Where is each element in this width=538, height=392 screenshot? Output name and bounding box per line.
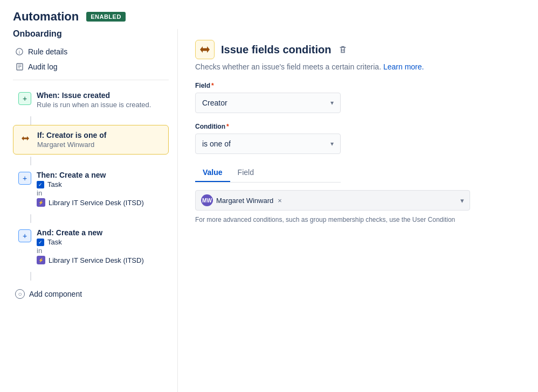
trigger-content: When: Issue created Rule is run when an … xyxy=(37,91,163,109)
action2-task: Task xyxy=(37,238,163,246)
condition-label: Condition * xyxy=(195,123,521,130)
project-icon-2 xyxy=(37,256,45,264)
connector-2 xyxy=(30,157,31,165)
tab-value[interactable]: Value xyxy=(195,164,230,182)
rule-details-label: Rule details xyxy=(28,47,67,56)
action1-in: in xyxy=(37,189,163,197)
action2-in: in xyxy=(37,247,163,255)
sidebar: Onboarding i Rule details Audit log + Wh xyxy=(0,29,178,392)
condition-select[interactable]: is one of ▾ xyxy=(195,134,341,154)
field-label: Field * xyxy=(195,82,521,89)
condition-required-star: * xyxy=(226,123,229,130)
connector-3 xyxy=(30,214,31,223)
panel-description: Checks whether an issue's field meets a … xyxy=(195,62,521,71)
user-tag-name: Margaret Winward xyxy=(216,197,273,205)
trigger-subtitle: Rule is run when an issue is created. xyxy=(37,101,163,109)
value-input-chevron-icon[interactable]: ▾ xyxy=(460,197,464,205)
workflow-condition[interactable]: If: Creator is one of Margaret Winward xyxy=(13,125,169,155)
connector-4 xyxy=(30,272,31,281)
sidebar-item-rule-details[interactable]: i Rule details xyxy=(13,44,169,59)
task-checkbox-2 xyxy=(37,239,44,246)
tag-remove-button[interactable]: × xyxy=(278,197,282,205)
action1-icon: + xyxy=(18,172,31,185)
value-field-tabs: Value Field xyxy=(195,164,341,183)
main-layout: Onboarding i Rule details Audit log + Wh xyxy=(0,29,538,392)
learn-more-link[interactable]: Learn more. xyxy=(383,62,424,71)
enabled-badge: ENABLED xyxy=(86,12,126,22)
condition-title: If: Creator is one of xyxy=(37,131,163,139)
condition-content: If: Creator is one of Margaret Winward xyxy=(37,131,163,149)
field-required-star: * xyxy=(211,82,214,89)
condition-group: Condition * is one of ▾ xyxy=(195,123,521,154)
page-title: Automation xyxy=(13,10,79,24)
add-component-label: Add component xyxy=(29,290,82,298)
action1-project-name: Library IT Service Desk (ITSD) xyxy=(49,199,144,207)
action2-task-label: Task xyxy=(47,238,62,246)
workflow-trigger[interactable]: + When: Issue created Rule is run when a… xyxy=(13,86,169,114)
workflow-action1[interactable]: + Then: Create a new Task in Library IT … xyxy=(13,165,169,212)
condition-icon xyxy=(19,132,32,145)
field-select-value: Creator xyxy=(202,99,227,107)
action2-content: And: Create a new Task in Library IT Ser… xyxy=(37,228,163,264)
condition-chevron-icon: ▾ xyxy=(330,140,334,148)
workflow-action2[interactable]: + And: Create a new Task in Library IT S… xyxy=(13,223,169,270)
project-icon-1 xyxy=(37,198,45,207)
action2-icon: + xyxy=(18,229,31,242)
add-component-button[interactable]: ○ Add component xyxy=(13,285,169,303)
user-tag: MW Margaret Winward × xyxy=(201,194,282,206)
trigger-title: When: Issue created xyxy=(37,91,163,100)
action2-project: Library IT Service Desk (ITSD) xyxy=(37,256,163,264)
user-avatar: MW xyxy=(201,194,213,206)
action1-content: Then: Create a new Task in Library IT Se… xyxy=(37,171,163,207)
delete-button[interactable] xyxy=(337,44,348,55)
field-group: Field * Creator ▾ xyxy=(195,82,521,113)
action2-title: And: Create a new xyxy=(37,228,163,237)
help-text: For more advanced conditions, such as gr… xyxy=(195,215,470,225)
action1-task: Task xyxy=(37,180,163,188)
doc-icon xyxy=(15,62,24,71)
task-checkbox-1 xyxy=(37,181,44,188)
condition-select-value: is one of xyxy=(202,139,231,148)
condition-panel-icon xyxy=(195,40,215,59)
value-input-area[interactable]: MW Margaret Winward × ▾ xyxy=(195,190,470,211)
sidebar-divider xyxy=(13,80,169,80)
page-container: Automation ENABLED Onboarding i Rule det… xyxy=(0,0,538,392)
action1-task-label: Task xyxy=(47,180,62,188)
right-panel: Issue fields condition Checks whether an… xyxy=(178,29,538,392)
svg-text:i: i xyxy=(19,50,20,55)
page-header: Automation ENABLED xyxy=(0,0,538,29)
panel-title: Issue fields condition xyxy=(221,44,331,56)
action2-project-name: Library IT Service Desk (ITSD) xyxy=(49,256,144,264)
action1-title: Then: Create a new xyxy=(37,171,163,179)
panel-header: Issue fields condition xyxy=(195,40,521,59)
connector-1 xyxy=(30,116,31,125)
sidebar-section-title: Onboarding xyxy=(13,29,169,39)
field-select[interactable]: Creator ▾ xyxy=(195,93,341,113)
field-chevron-icon: ▾ xyxy=(330,99,334,107)
sidebar-item-audit-log[interactable]: Audit log xyxy=(13,59,169,74)
info-icon: i xyxy=(15,47,24,56)
action1-project: Library IT Service Desk (ITSD) xyxy=(37,198,163,207)
condition-subtitle: Margaret Winward xyxy=(37,141,163,149)
add-component-circle-icon: ○ xyxy=(15,289,25,299)
audit-log-label: Audit log xyxy=(28,62,57,71)
tab-field[interactable]: Field xyxy=(230,164,261,182)
trigger-icon: + xyxy=(18,92,31,105)
